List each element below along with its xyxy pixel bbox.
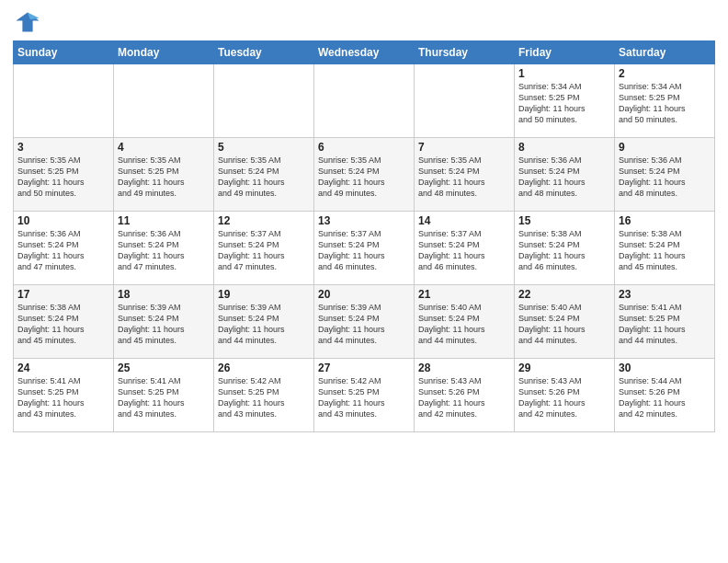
day-info: Sunrise: 5:42 AM Sunset: 5:25 PM Dayligh… <box>218 375 310 420</box>
day-number: 14 <box>418 214 510 227</box>
day-info: Sunrise: 5:41 AM Sunset: 5:25 PM Dayligh… <box>17 375 109 420</box>
day-number: 7 <box>418 141 510 154</box>
calendar-cell: 1Sunrise: 5:34 AM Sunset: 5:25 PM Daylig… <box>515 64 615 138</box>
calendar-cell <box>415 64 515 138</box>
calendar-cell: 14Sunrise: 5:37 AM Sunset: 5:24 PM Dayli… <box>415 212 515 285</box>
day-number: 23 <box>619 288 711 301</box>
day-info: Sunrise: 5:36 AM Sunset: 5:24 PM Dayligh… <box>118 228 210 273</box>
calendar-cell <box>314 64 415 138</box>
calendar-cell <box>114 64 214 138</box>
calendar-cell: 10Sunrise: 5:36 AM Sunset: 5:24 PM Dayli… <box>14 212 114 285</box>
day-number: 18 <box>118 288 210 301</box>
calendar-week-row: 1Sunrise: 5:34 AM Sunset: 5:25 PM Daylig… <box>14 64 715 138</box>
weekday-header-saturday: Saturday <box>615 41 715 64</box>
day-number: 12 <box>218 214 310 227</box>
day-number: 5 <box>218 141 310 154</box>
day-number: 10 <box>17 214 109 227</box>
calendar-cell: 30Sunrise: 5:44 AM Sunset: 5:26 PM Dayli… <box>615 359 715 432</box>
header <box>13 9 715 35</box>
calendar-cell: 9Sunrise: 5:36 AM Sunset: 5:24 PM Daylig… <box>615 138 715 212</box>
day-number: 21 <box>418 288 510 301</box>
day-number: 30 <box>619 362 711 374</box>
day-info: Sunrise: 5:41 AM Sunset: 5:25 PM Dayligh… <box>118 375 210 420</box>
calendar-cell: 7Sunrise: 5:35 AM Sunset: 5:24 PM Daylig… <box>415 138 515 212</box>
day-info: Sunrise: 5:37 AM Sunset: 5:24 PM Dayligh… <box>218 228 310 273</box>
weekday-header-wednesday: Wednesday <box>314 41 415 64</box>
day-info: Sunrise: 5:34 AM Sunset: 5:25 PM Dayligh… <box>619 81 711 126</box>
day-number: 19 <box>218 288 310 301</box>
day-number: 20 <box>318 288 410 301</box>
day-info: Sunrise: 5:34 AM Sunset: 5:25 PM Dayligh… <box>518 81 610 126</box>
calendar-cell: 28Sunrise: 5:43 AM Sunset: 5:26 PM Dayli… <box>415 359 515 432</box>
day-number: 4 <box>118 141 210 154</box>
calendar-cell <box>14 64 114 138</box>
day-number: 2 <box>619 67 711 80</box>
day-info: Sunrise: 5:37 AM Sunset: 5:24 PM Dayligh… <box>318 228 410 273</box>
calendar-cell: 19Sunrise: 5:39 AM Sunset: 5:24 PM Dayli… <box>214 285 314 359</box>
day-number: 6 <box>318 141 410 154</box>
calendar-cell: 16Sunrise: 5:38 AM Sunset: 5:24 PM Dayli… <box>615 212 715 285</box>
day-info: Sunrise: 5:44 AM Sunset: 5:26 PM Dayligh… <box>619 375 711 420</box>
calendar-cell: 18Sunrise: 5:39 AM Sunset: 5:24 PM Dayli… <box>114 285 214 359</box>
calendar-cell: 17Sunrise: 5:38 AM Sunset: 5:24 PM Dayli… <box>14 285 114 359</box>
weekday-header-sunday: Sunday <box>14 41 114 64</box>
svg-marker-0 <box>16 13 39 32</box>
calendar-cell: 13Sunrise: 5:37 AM Sunset: 5:24 PM Dayli… <box>314 212 415 285</box>
weekday-header-friday: Friday <box>515 41 615 64</box>
calendar-cell: 26Sunrise: 5:42 AM Sunset: 5:25 PM Dayli… <box>214 359 314 432</box>
calendar-cell: 24Sunrise: 5:41 AM Sunset: 5:25 PM Dayli… <box>14 359 114 432</box>
calendar-cell <box>214 64 314 138</box>
day-number: 28 <box>418 362 510 374</box>
day-info: Sunrise: 5:38 AM Sunset: 5:24 PM Dayligh… <box>518 228 610 273</box>
calendar-cell: 27Sunrise: 5:42 AM Sunset: 5:25 PM Dayli… <box>314 359 415 432</box>
calendar-table: SundayMondayTuesdayWednesdayThursdayFrid… <box>13 40 715 432</box>
calendar-cell: 23Sunrise: 5:41 AM Sunset: 5:25 PM Dayli… <box>615 285 715 359</box>
calendar-cell: 21Sunrise: 5:40 AM Sunset: 5:24 PM Dayli… <box>415 285 515 359</box>
day-number: 29 <box>518 362 610 374</box>
day-info: Sunrise: 5:40 AM Sunset: 5:24 PM Dayligh… <box>518 302 610 347</box>
day-number: 13 <box>318 214 410 227</box>
day-info: Sunrise: 5:41 AM Sunset: 5:25 PM Dayligh… <box>619 302 711 347</box>
weekday-header-monday: Monday <box>114 41 214 64</box>
calendar-cell: 15Sunrise: 5:38 AM Sunset: 5:24 PM Dayli… <box>515 212 615 285</box>
calendar-cell: 22Sunrise: 5:40 AM Sunset: 5:24 PM Dayli… <box>515 285 615 359</box>
day-info: Sunrise: 5:38 AM Sunset: 5:24 PM Dayligh… <box>17 302 109 347</box>
calendar-cell: 2Sunrise: 5:34 AM Sunset: 5:25 PM Daylig… <box>615 64 715 138</box>
day-info: Sunrise: 5:38 AM Sunset: 5:24 PM Dayligh… <box>619 228 711 273</box>
day-info: Sunrise: 5:43 AM Sunset: 5:26 PM Dayligh… <box>418 375 510 420</box>
calendar-cell: 11Sunrise: 5:36 AM Sunset: 5:24 PM Dayli… <box>114 212 214 285</box>
weekday-header-row: SundayMondayTuesdayWednesdayThursdayFrid… <box>14 41 715 64</box>
calendar-cell: 25Sunrise: 5:41 AM Sunset: 5:25 PM Dayli… <box>114 359 214 432</box>
day-number: 15 <box>518 214 610 227</box>
day-info: Sunrise: 5:35 AM Sunset: 5:25 PM Dayligh… <box>17 155 109 200</box>
day-number: 3 <box>17 141 109 154</box>
calendar-cell: 20Sunrise: 5:39 AM Sunset: 5:24 PM Dayli… <box>314 285 415 359</box>
weekday-header-tuesday: Tuesday <box>214 41 314 64</box>
day-number: 25 <box>118 362 210 374</box>
calendar-cell: 5Sunrise: 5:35 AM Sunset: 5:24 PM Daylig… <box>214 138 314 212</box>
day-info: Sunrise: 5:43 AM Sunset: 5:26 PM Dayligh… <box>518 375 610 420</box>
calendar-cell: 3Sunrise: 5:35 AM Sunset: 5:25 PM Daylig… <box>14 138 114 212</box>
day-info: Sunrise: 5:37 AM Sunset: 5:24 PM Dayligh… <box>418 228 510 273</box>
day-info: Sunrise: 5:35 AM Sunset: 5:24 PM Dayligh… <box>418 155 510 200</box>
calendar-cell: 29Sunrise: 5:43 AM Sunset: 5:26 PM Dayli… <box>515 359 615 432</box>
calendar-week-row: 24Sunrise: 5:41 AM Sunset: 5:25 PM Dayli… <box>14 359 715 432</box>
calendar-week-row: 17Sunrise: 5:38 AM Sunset: 5:24 PM Dayli… <box>14 285 715 359</box>
day-number: 22 <box>518 288 610 301</box>
weekday-header-thursday: Thursday <box>415 41 515 64</box>
page: SundayMondayTuesdayWednesdayThursdayFrid… <box>0 0 728 563</box>
day-number: 27 <box>318 362 410 374</box>
day-info: Sunrise: 5:40 AM Sunset: 5:24 PM Dayligh… <box>418 302 510 347</box>
day-info: Sunrise: 5:39 AM Sunset: 5:24 PM Dayligh… <box>118 302 210 347</box>
day-number: 1 <box>518 67 610 80</box>
day-info: Sunrise: 5:36 AM Sunset: 5:24 PM Dayligh… <box>619 155 711 200</box>
logo-icon <box>15 9 40 35</box>
day-number: 17 <box>17 288 109 301</box>
calendar-week-row: 10Sunrise: 5:36 AM Sunset: 5:24 PM Dayli… <box>14 212 715 285</box>
calendar-week-row: 3Sunrise: 5:35 AM Sunset: 5:25 PM Daylig… <box>14 138 715 212</box>
day-info: Sunrise: 5:35 AM Sunset: 5:25 PM Dayligh… <box>118 155 210 200</box>
day-info: Sunrise: 5:35 AM Sunset: 5:24 PM Dayligh… <box>218 155 310 200</box>
calendar-cell: 8Sunrise: 5:36 AM Sunset: 5:24 PM Daylig… <box>515 138 615 212</box>
day-number: 16 <box>619 214 711 227</box>
day-info: Sunrise: 5:35 AM Sunset: 5:24 PM Dayligh… <box>318 155 410 200</box>
